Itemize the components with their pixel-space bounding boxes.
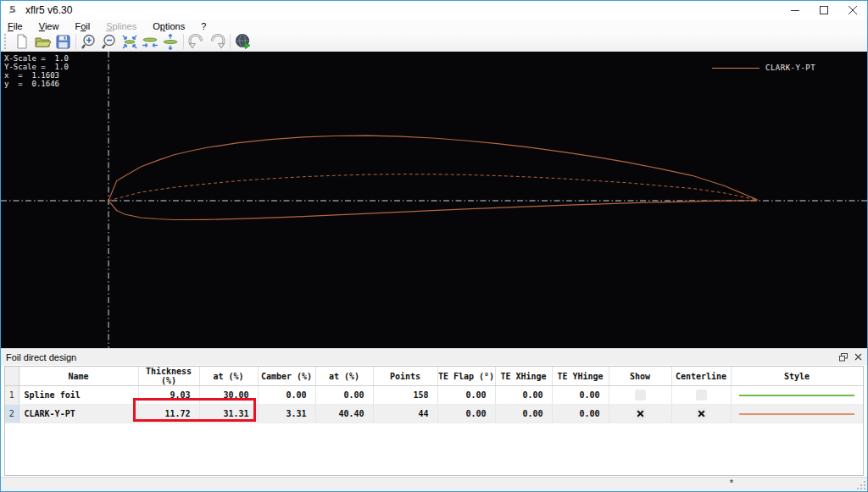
reset-y-scale-icon bbox=[161, 33, 180, 51]
menu-foil[interactable]: Foil bbox=[75, 21, 90, 31]
x-mark-icon bbox=[698, 410, 705, 417]
status-marker: * bbox=[730, 478, 733, 488]
cell-te-xhinge[interactable]: 0.00 bbox=[495, 405, 552, 423]
maximize-icon bbox=[820, 6, 828, 14]
toolbar-drag-handle[interactable] bbox=[4, 34, 8, 49]
zoom-in-button[interactable] bbox=[79, 32, 99, 51]
row-number[interactable]: 1 bbox=[5, 386, 19, 405]
header-thickness[interactable]: Thickness (%) bbox=[138, 367, 199, 386]
show-checkbox-checked[interactable] bbox=[635, 408, 646, 419]
cell-points[interactable]: 158 bbox=[373, 386, 437, 405]
header-camber[interactable]: Camber (%) bbox=[258, 367, 315, 386]
header-points[interactable]: Points bbox=[373, 367, 437, 386]
cell-te-xhinge[interactable]: 0.00 bbox=[495, 386, 552, 405]
airfoil-camber-line bbox=[108, 174, 757, 201]
cell-camber[interactable]: 3.31 bbox=[258, 405, 315, 423]
reset-scales-button[interactable] bbox=[120, 32, 140, 51]
table-row-spline-foil[interactable]: 1 Spline foil 9.03 30.00 0.00 0.00 158 0… bbox=[5, 386, 863, 405]
header-camber-at[interactable]: at (%) bbox=[315, 367, 373, 386]
header-te-yhinge[interactable]: TE YHinge bbox=[552, 367, 609, 386]
titlebar: 5 xflr5 v6.30 bbox=[1, 1, 867, 19]
cell-te-yhinge[interactable]: 0.00 bbox=[552, 386, 609, 405]
menu-file[interactable]: File bbox=[8, 21, 23, 31]
new-file-icon bbox=[14, 33, 31, 50]
legend-label: CLARK-Y-PT bbox=[765, 64, 815, 72]
toolbar-separator bbox=[75, 34, 76, 49]
cell-te-flap[interactable]: 0.00 bbox=[437, 405, 495, 423]
undo-icon bbox=[187, 33, 206, 51]
menu-splines: Splines bbox=[106, 21, 136, 31]
cell-centerline[interactable] bbox=[671, 386, 731, 405]
float-panel-icon[interactable] bbox=[839, 353, 848, 362]
header-style[interactable]: Style bbox=[731, 367, 863, 386]
toolbar-separator bbox=[230, 34, 231, 49]
minimize-button[interactable] bbox=[781, 1, 810, 19]
foil-table: Name Thickness (%) at (%) Camber (%) at … bbox=[5, 367, 864, 423]
minimize-icon bbox=[791, 6, 799, 14]
undo-button[interactable] bbox=[186, 32, 207, 51]
cell-centerline[interactable] bbox=[671, 405, 731, 423]
table-row-clark-y-pt[interactable]: 2 CLARK-Y-PT 11.72 31.31 3.31 40.40 44 0… bbox=[5, 405, 863, 423]
cell-name[interactable]: Spline foil bbox=[19, 386, 138, 405]
panel-titlebar: Foil direct design bbox=[1, 348, 867, 365]
centerline-checkbox-unchecked[interactable] bbox=[696, 390, 707, 401]
cell-thickness[interactable]: 11.72 bbox=[138, 405, 199, 423]
toolbar bbox=[1, 32, 867, 52]
cell-camber[interactable]: 0.00 bbox=[258, 386, 315, 405]
save-button[interactable] bbox=[53, 32, 73, 51]
cell-thickness-at[interactable]: 30.00 bbox=[199, 386, 258, 405]
open-file-icon bbox=[34, 33, 52, 50]
header-te-xhinge[interactable]: TE XHinge bbox=[495, 367, 552, 386]
x-mark-icon bbox=[637, 410, 644, 417]
reset-x-scale-button[interactable] bbox=[140, 32, 160, 51]
menu-help[interactable]: ? bbox=[201, 21, 206, 31]
toolbar-separator bbox=[183, 34, 184, 49]
cell-show[interactable] bbox=[609, 386, 671, 405]
row-number[interactable]: 2 bbox=[5, 405, 19, 423]
close-panel-icon[interactable] bbox=[854, 353, 862, 361]
design-canvas[interactable]: X-Scale = 1.0Y-Scale = 1.0x = 1.1603y = … bbox=[1, 52, 867, 348]
reset-x-scale-icon bbox=[141, 33, 159, 51]
header-thickness-at[interactable]: at (%) bbox=[199, 367, 258, 386]
cell-thickness-at[interactable]: 31.31 bbox=[199, 405, 258, 423]
statusbar: * bbox=[1, 477, 867, 491]
resize-grip[interactable] bbox=[857, 481, 866, 490]
reset-y-scale-button[interactable] bbox=[160, 32, 181, 51]
show-checkbox-unchecked[interactable] bbox=[635, 390, 646, 401]
cell-style[interactable] bbox=[731, 386, 863, 405]
header-te-flap[interactable]: TE Flap (°) bbox=[437, 367, 495, 386]
zoom-out-button[interactable] bbox=[99, 32, 120, 51]
cell-te-flap[interactable]: 0.00 bbox=[437, 386, 495, 405]
cell-style[interactable] bbox=[731, 405, 863, 423]
legend: CLARK-Y-PT bbox=[712, 64, 815, 72]
zoom-in-icon bbox=[81, 33, 98, 51]
legend-line-swatch bbox=[712, 68, 760, 69]
maximize-button[interactable] bbox=[810, 1, 838, 19]
cell-points[interactable]: 44 bbox=[373, 405, 437, 423]
app-logo-icon: 5 bbox=[7, 4, 20, 16]
airfoil-plot bbox=[1, 52, 867, 348]
cell-camber-at[interactable]: 0.00 bbox=[315, 386, 373, 405]
header-centerline[interactable]: Centerline bbox=[671, 367, 731, 386]
cell-camber-at[interactable]: 40.40 bbox=[315, 405, 373, 423]
new-file-button[interactable] bbox=[12, 32, 32, 51]
centerline-checkbox-checked[interactable] bbox=[696, 408, 707, 419]
menubar: File View Foil Splines Options ? bbox=[1, 19, 867, 32]
cell-name[interactable]: CLARK-Y-PT bbox=[19, 405, 138, 423]
menu-view[interactable]: View bbox=[39, 21, 59, 31]
header-show[interactable]: Show bbox=[609, 367, 671, 386]
foil-table-area: Name Thickness (%) at (%) Camber (%) at … bbox=[1, 365, 867, 477]
menu-options[interactable]: Options bbox=[153, 21, 185, 31]
reset-scales-icon bbox=[120, 33, 139, 51]
style-line-green bbox=[739, 395, 854, 396]
cell-show[interactable] bbox=[609, 405, 671, 423]
open-file-button[interactable] bbox=[32, 32, 53, 51]
svg-text:5: 5 bbox=[9, 4, 16, 15]
style-line-salmon bbox=[739, 413, 854, 415]
cell-thickness[interactable]: 9.03 bbox=[138, 386, 199, 405]
header-name[interactable]: Name bbox=[19, 367, 138, 386]
store-splines-as-foil-button[interactable] bbox=[233, 32, 253, 51]
redo-button[interactable] bbox=[207, 32, 227, 51]
cell-te-yhinge[interactable]: 0.00 bbox=[552, 405, 609, 423]
close-button[interactable] bbox=[838, 1, 867, 19]
